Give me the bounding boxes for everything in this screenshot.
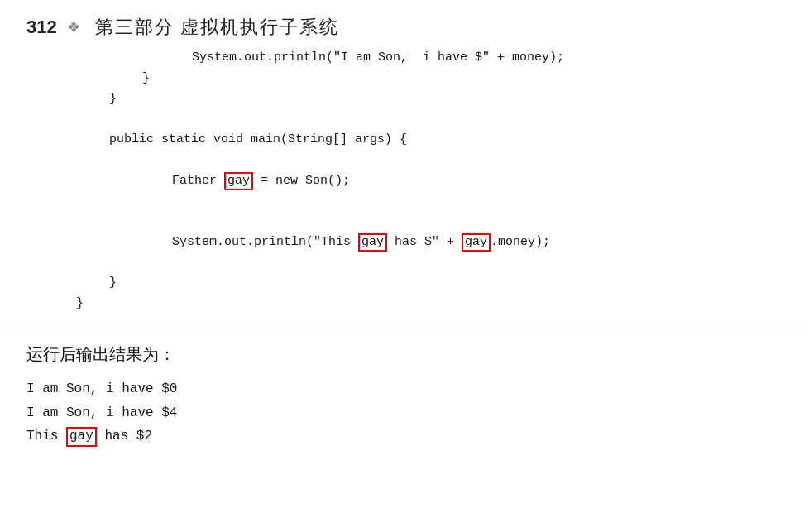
var-gay-3: gay — [462, 233, 491, 252]
code-text: has $" + — [387, 235, 462, 249]
diamond-icon: ❖ — [67, 18, 85, 36]
code-line-8: } — [26, 273, 783, 294]
code-text: = new Son(); — [253, 174, 350, 188]
code-line-2: } — [26, 69, 783, 89]
code-line-3: } — [26, 89, 783, 110]
code-section: System.out.println("I am Son, i have $" … — [0, 48, 809, 314]
output-lines: I am Son, i have $0 I am Son, i have $4 … — [26, 377, 783, 448]
code-line-1: System.out.println("I am Son, i have $" … — [26, 48, 783, 69]
var-gay-2: gay — [358, 233, 387, 252]
code-text: Father — [172, 174, 224, 188]
code-text: .money); — [491, 235, 550, 249]
code-line-7: System.out.println("This gay has $" + ga… — [26, 212, 783, 273]
output-heading: 运行后输出结果为： — [26, 343, 783, 366]
output-line-2: I am Son, i have $4 — [26, 401, 783, 425]
page-title: 第三部分 虚拟机执行子系统 — [95, 15, 340, 40]
output-section: 运行后输出结果为： I am Son, i have $0 I am Son, … — [0, 328, 809, 465]
output-line-3: This gay has $2 — [26, 424, 783, 448]
code-line-5: public static void main(String[] args) { — [26, 130, 783, 151]
page-header: 312 ❖ 第三部分 虚拟机执行子系统 — [0, 0, 809, 48]
var-gay-1: gay — [224, 172, 253, 190]
var-gay-output: gay — [66, 427, 97, 446]
output-line-1: I am Son, i have $0 — [26, 377, 783, 401]
code-line-9: } — [26, 294, 783, 314]
page-number: 312 — [26, 17, 57, 38]
code-line-6: Father gay = new Son(); — [26, 151, 783, 212]
code-text: System.out.println("This — [172, 235, 358, 249]
code-line-blank — [26, 109, 783, 130]
